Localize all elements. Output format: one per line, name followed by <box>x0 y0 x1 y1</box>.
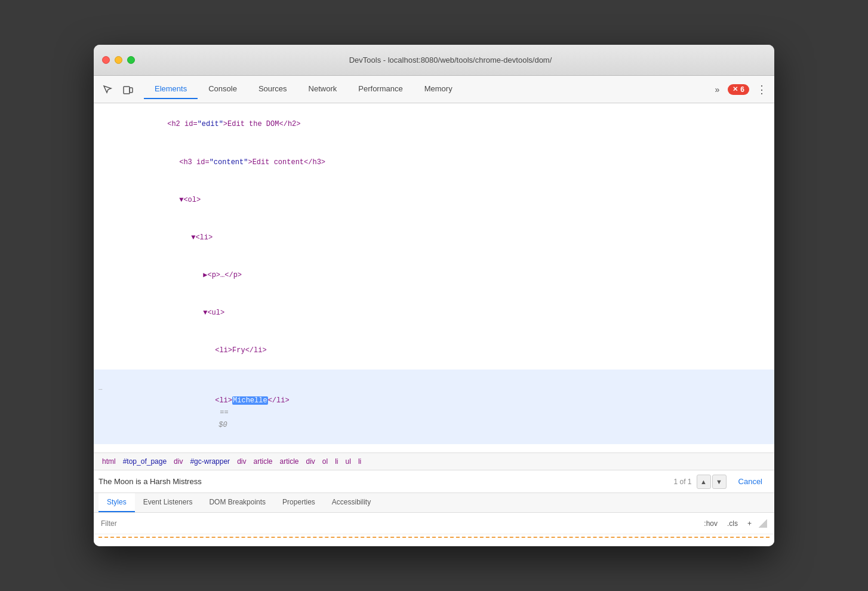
title-bar: DevTools - localhost:8080/web/tools/chro… <box>94 45 774 76</box>
breadcrumb-item-top-of-page[interactable]: #top_of_page <box>119 456 170 467</box>
filter-actions: :hov .cls + <box>701 518 767 529</box>
filter-bar: :hov .cls + <box>94 513 774 534</box>
tab-styles[interactable]: Styles <box>99 493 135 512</box>
resize-handle[interactable] <box>759 519 767 528</box>
menu-button[interactable]: ⋮ <box>754 81 769 98</box>
search-next-button[interactable]: ▼ <box>712 475 727 489</box>
more-tabs-button[interactable]: » <box>712 82 724 97</box>
maximize-button[interactable] <box>127 56 135 64</box>
tab-sources[interactable]: Sources <box>248 79 298 99</box>
breadcrumb-item-li2[interactable]: li <box>355 456 365 467</box>
dom-line: <li>Fry</li> <box>94 332 774 370</box>
tab-memory[interactable]: Memory <box>414 79 463 99</box>
dom-line: <h3 id="content">Edit content</h3> <box>94 143 774 181</box>
breadcrumb-item-div2[interactable]: div <box>233 456 250 467</box>
breadcrumb-item-div1[interactable]: div <box>170 456 186 467</box>
tab-event-listeners[interactable]: Event Listeners <box>135 493 201 512</box>
dom-line: <h2 id="edit">Edit the DOM</h2> <box>94 106 774 143</box>
tab-network[interactable]: Network <box>298 79 348 99</box>
dashed-indicator <box>99 537 769 544</box>
breadcrumb-item-html[interactable]: html <box>99 456 119 467</box>
device-toggle-icon[interactable] <box>119 81 137 98</box>
add-style-button[interactable]: + <box>745 518 754 529</box>
toolbar-icons <box>99 81 137 98</box>
cancel-button[interactable]: Cancel <box>731 475 769 488</box>
tab-performance[interactable]: Performance <box>347 79 413 99</box>
error-count: 6 <box>740 85 744 94</box>
dom-line: ▶<p>…</p> <box>94 257 774 294</box>
tab-elements[interactable]: Elements <box>144 79 198 99</box>
inspect-icon[interactable] <box>99 81 116 98</box>
dom-line: ▼<li> <box>94 219 774 257</box>
search-nav-buttons: ▲ ▼ <box>697 475 727 489</box>
window-title: DevTools - localhost:8080/web/tools/chro… <box>135 56 766 64</box>
svg-rect-1 <box>130 88 133 93</box>
hov-button[interactable]: :hov <box>701 518 720 529</box>
devtools-window: DevTools - localhost:8080/web/tools/chro… <box>94 45 774 546</box>
dom-line-selected: … <li>Michelle</li> == $0 <box>94 370 774 444</box>
selected-node-text: Michelle <box>232 396 268 405</box>
breadcrumb-item-article2[interactable]: article <box>276 456 302 467</box>
tab-properties[interactable]: Properties <box>274 493 324 512</box>
dom-panel[interactable]: <h2 id="edit">Edit the DOM</h2> <h3 id="… <box>94 103 774 453</box>
filter-input[interactable] <box>101 519 694 528</box>
search-input[interactable] <box>99 477 669 486</box>
breadcrumb-item-ul[interactable]: ul <box>342 456 355 467</box>
error-x-icon: ✕ <box>732 85 738 93</box>
close-button[interactable] <box>102 56 110 64</box>
dom-line: ▼<ul> <box>94 294 774 332</box>
search-count: 1 of 1 <box>674 478 692 486</box>
minimize-button[interactable] <box>115 56 122 64</box>
tab-dom-breakpoints[interactable]: DOM Breakpoints <box>201 493 274 512</box>
breadcrumb-item-gc-wrapper[interactable]: #gc-wrapper <box>186 456 233 467</box>
breadcrumb-item-li1[interactable]: li <box>331 456 341 467</box>
dom-line: </ul> <box>94 444 774 453</box>
cls-button[interactable]: .cls <box>725 518 740 529</box>
dom-line: ▼<ol> <box>94 181 774 218</box>
breadcrumb-item-ol[interactable]: ol <box>319 456 331 467</box>
toolbar-right: » ✕ 6 ⋮ <box>712 81 769 98</box>
search-prev-button[interactable]: ▲ <box>697 475 711 489</box>
breadcrumb: html #top_of_page div #gc-wrapper div ar… <box>94 453 774 470</box>
nav-tabs: Elements Console Sources Network Perform… <box>144 79 712 99</box>
dom-dots: … <box>99 383 103 394</box>
traffic-lights <box>102 56 135 64</box>
breadcrumb-item-div3[interactable]: div <box>303 456 319 467</box>
tab-console[interactable]: Console <box>198 79 248 99</box>
search-bar: 1 of 1 ▲ ▼ Cancel <box>94 470 774 493</box>
error-badge[interactable]: ✕ 6 <box>728 84 749 95</box>
breadcrumb-item-article1[interactable]: article <box>250 456 276 467</box>
lower-tabs: Styles Event Listeners DOM Breakpoints P… <box>94 493 774 513</box>
lower-panel: Styles Event Listeners DOM Breakpoints P… <box>94 493 774 546</box>
svg-rect-0 <box>124 87 130 94</box>
toolbar: Elements Console Sources Network Perform… <box>94 76 774 103</box>
tab-accessibility[interactable]: Accessibility <box>324 493 379 512</box>
